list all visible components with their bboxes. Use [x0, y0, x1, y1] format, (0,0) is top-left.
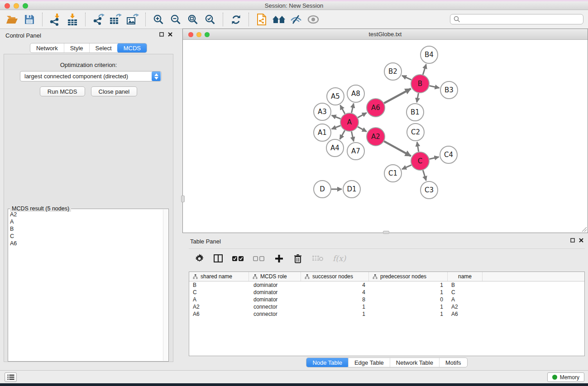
- table-row[interactable]: A2connector11A2: [189, 303, 584, 310]
- export-image-icon[interactable]: [124, 12, 141, 27]
- result-item[interactable]: A2: [10, 211, 162, 218]
- task-history-button[interactable]: [5, 372, 17, 382]
- delete-row-icon[interactable]: [293, 253, 303, 264]
- run-mcds-button[interactable]: Run MCDS: [40, 86, 85, 96]
- column-header-successor-nodes[interactable]: successor nodes: [301, 272, 369, 281]
- table-cell[interactable]: A6: [189, 310, 249, 318]
- graph-edge[interactable]: [430, 86, 440, 88]
- export-network-icon[interactable]: [90, 12, 107, 27]
- zoom-selected-icon[interactable]: [201, 12, 219, 27]
- table-cell[interactable]: A6: [448, 310, 483, 318]
- table-cell[interactable]: C: [189, 289, 249, 296]
- column-header-predecessor-nodes[interactable]: predecessor nodes: [369, 272, 448, 281]
- table-cell[interactable]: 8: [301, 296, 369, 303]
- graph-edge[interactable]: [358, 127, 366, 132]
- export-table-icon[interactable]: [107, 12, 124, 27]
- table-row[interactable]: A6connector11A6: [189, 310, 584, 318]
- zoom-out-icon[interactable]: [167, 12, 184, 27]
- column-header-name[interactable]: name: [448, 272, 483, 281]
- tab-motifs[interactable]: Motifs: [439, 358, 467, 367]
- home-icon[interactable]: [270, 12, 287, 27]
- settings-gear-icon[interactable]: [194, 253, 204, 264]
- add-row-icon[interactable]: [274, 253, 284, 264]
- graph-edge[interactable]: [352, 103, 354, 113]
- memory-button[interactable]: Memory: [547, 372, 584, 382]
- result-item[interactable]: B: [10, 225, 162, 233]
- close-panel-icon[interactable]: [168, 32, 172, 37]
- table-cell[interactable]: dominator: [249, 296, 301, 303]
- search-field[interactable]: [450, 14, 583, 24]
- graph-edge[interactable]: [423, 170, 426, 181]
- zoom-in-icon[interactable]: [150, 12, 167, 27]
- result-item[interactable]: C: [10, 233, 162, 240]
- table-cell[interactable]: 1: [369, 281, 448, 289]
- column-view-icon[interactable]: [213, 253, 223, 264]
- tab-mcds[interactable]: MCDS: [117, 43, 147, 53]
- table-cell[interactable]: 1: [369, 303, 448, 310]
- table-cell[interactable]: 0: [369, 296, 448, 303]
- graph-node-C[interactable]: C: [411, 152, 429, 170]
- graph-node-B1[interactable]: B1: [406, 104, 424, 121]
- tab-style[interactable]: Style: [64, 43, 89, 52]
- graph-node-A6[interactable]: A6: [367, 99, 385, 117]
- graph-node-C2[interactable]: C2: [407, 124, 424, 141]
- table-cell[interactable]: 4: [301, 289, 369, 296]
- save-session-icon[interactable]: [21, 12, 38, 27]
- network-from-file-icon[interactable]: [253, 12, 270, 27]
- graph-edge[interactable]: [351, 132, 354, 142]
- table-cell[interactable]: B: [448, 281, 483, 289]
- tab-select[interactable]: Select: [89, 43, 118, 52]
- refresh-icon[interactable]: [227, 12, 244, 27]
- table-cell[interactable]: A2: [189, 303, 249, 310]
- graph-node-A3[interactable]: A3: [314, 103, 331, 120]
- graph-node-A4[interactable]: A4: [326, 139, 344, 157]
- function-builder-icon[interactable]: f(x): [333, 253, 346, 264]
- table-cell[interactable]: connector: [249, 303, 301, 310]
- table-cell[interactable]: C: [448, 289, 483, 296]
- search-input[interactable]: [463, 15, 583, 24]
- graph-node-A2[interactable]: A2: [367, 128, 385, 146]
- table-cell[interactable]: 1: [369, 310, 448, 318]
- graph-edge[interactable]: [417, 142, 418, 152]
- network-window-titlebar[interactable]: testGlobe.txt: [183, 29, 588, 40]
- graph-node-C4[interactable]: C4: [440, 146, 457, 163]
- graph-node-A7[interactable]: A7: [347, 143, 364, 160]
- result-item[interactable]: A: [10, 218, 162, 225]
- hide-unselected-icon[interactable]: [287, 12, 305, 27]
- tab-edge-table[interactable]: Edge Table: [348, 358, 390, 367]
- table-cell[interactable]: 4: [301, 281, 369, 289]
- import-network-icon[interactable]: [47, 12, 64, 27]
- float-panel-icon[interactable]: [159, 32, 164, 37]
- tab-node-table[interactable]: Node Table: [306, 357, 349, 367]
- tab-network-table[interactable]: Network Table: [390, 358, 439, 367]
- split-divider-handle[interactable]: [181, 195, 185, 202]
- network-canvas[interactable]: AA1A2A3A4A5A6A7A8BB1B2B3B4CC1C2C3C4DD1: [183, 40, 588, 233]
- close-panel-icon[interactable]: [579, 238, 583, 243]
- graph-edge[interactable]: [402, 76, 411, 80]
- result-item[interactable]: A6: [10, 240, 162, 247]
- table-cell[interactable]: dominator: [249, 289, 301, 296]
- mcds-result-list[interactable]: A2ABCA6: [10, 211, 162, 360]
- table-cell[interactable]: 1: [301, 303, 369, 310]
- graph-node-D1[interactable]: D1: [343, 181, 360, 198]
- graph-node-A[interactable]: A: [340, 113, 359, 131]
- zoom-fit-icon[interactable]: [184, 12, 201, 27]
- table-row[interactable]: Adominator80A: [189, 296, 584, 303]
- graph-edge[interactable]: [340, 105, 345, 114]
- graph-edge[interactable]: [384, 141, 411, 156]
- import-table-icon[interactable]: [64, 12, 81, 27]
- graph-edge[interactable]: [332, 115, 341, 119]
- column-header-shared-name[interactable]: shared name: [189, 272, 249, 281]
- close-panel-button[interactable]: Close panel: [91, 86, 138, 96]
- graph-edge[interactable]: [358, 113, 366, 118]
- table-cell[interactable]: A: [189, 296, 249, 303]
- graph-node-B4[interactable]: B4: [421, 46, 438, 63]
- column-header-mcds-role[interactable]: MCDS role: [249, 272, 301, 281]
- show-all-icon[interactable]: [305, 12, 322, 27]
- graph-edge[interactable]: [402, 165, 411, 169]
- split-divider-handle[interactable]: [383, 231, 389, 234]
- graph-node-A5[interactable]: A5: [327, 88, 344, 105]
- graph-node-B[interactable]: B: [411, 75, 429, 93]
- graph-edge[interactable]: [417, 93, 419, 103]
- select-all-icon[interactable]: [232, 253, 244, 264]
